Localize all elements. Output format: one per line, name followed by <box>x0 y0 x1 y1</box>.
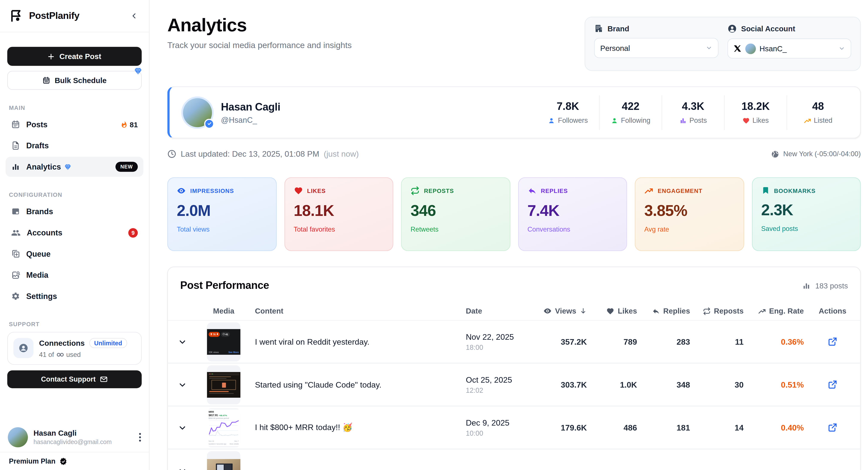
metric-value: 2.3K <box>761 201 851 219</box>
new-badge: NEW <box>115 162 137 172</box>
create-post-button[interactable]: Create Post <box>7 47 142 66</box>
brand-select[interactable]: Personal <box>594 38 718 58</box>
last-updated-text: Last updated: Dec 13, 2025, 01:08 PM <box>181 150 319 159</box>
sidebar-item-queue[interactable]: Queue <box>6 244 144 264</box>
expand-row-button[interactable] <box>168 338 197 346</box>
avatar <box>745 43 755 54</box>
metric-sub: Saved posts <box>761 225 851 232</box>
sidebar-section-support: SUPPORT <box>9 321 140 327</box>
sidebar-item-drafts[interactable]: Drafts <box>6 136 144 156</box>
post-likes: 1.0K <box>589 380 640 389</box>
stat-followers: 7.8K Followers <box>536 95 599 130</box>
gear-icon <box>11 292 20 301</box>
sidebar-item-analytics[interactable]: Analytics NEW <box>6 157 144 177</box>
sidebar-item-accounts[interactable]: Accounts 9 <box>6 223 144 243</box>
sidebar-item-posts[interactable]: Posts 81 <box>6 115 144 134</box>
calendar-icon <box>42 76 50 84</box>
column-media: Media <box>197 307 250 315</box>
social-account-select[interactable]: HsanC_ <box>727 38 851 59</box>
metric-sub: Avg rate <box>644 225 735 233</box>
post-likes: 789 <box>589 337 640 346</box>
post-eng-rate: 0.36% <box>746 337 806 346</box>
file-text-icon <box>11 141 20 150</box>
clock-icon <box>167 150 177 159</box>
engagement-card: ENGAGEMENT 3.85% Avg rate <box>635 177 744 251</box>
external-link-icon <box>828 337 837 346</box>
open-post-button[interactable] <box>806 337 859 346</box>
globe-icon <box>771 150 779 158</box>
expand-row-button[interactable] <box>168 467 197 470</box>
replies-card: REPLIES 7.4K Conversations <box>518 177 627 251</box>
column-replies[interactable]: Replies <box>639 307 692 315</box>
open-post-button[interactable] <box>806 380 859 389</box>
post-content: Started using "Claude Code" today. <box>250 380 458 389</box>
column-eng-rate[interactable]: Eng. Rate <box>746 307 806 315</box>
infinity-icon <box>56 352 64 357</box>
user-name: Hasan Cagli <box>33 429 112 438</box>
open-post-button[interactable] <box>806 423 859 432</box>
metric-label: REPOSTS <box>424 187 454 194</box>
page-title: Analytics <box>167 14 352 36</box>
brand-filter-label: Brand <box>608 24 629 33</box>
heart-icon <box>607 307 614 315</box>
user-menu-button[interactable] <box>139 433 141 442</box>
bar-chart-icon <box>11 162 20 171</box>
stat-likes: 18.2K Likes <box>724 95 786 130</box>
trending-up-icon <box>804 117 811 124</box>
status-bar: Last updated: Dec 13, 2025, 01:08 PM (ju… <box>167 150 861 159</box>
verified-badge-icon <box>204 119 214 129</box>
plan-label: Premium Plan <box>9 457 56 465</box>
sidebar-item-brands[interactable]: Brands <box>6 201 144 221</box>
queue-copy-plus-icon <box>11 249 20 258</box>
sidebar-logo-row: PostPlanify <box>0 0 149 32</box>
mail-icon <box>100 375 108 383</box>
premium-gem-icon <box>64 163 72 170</box>
sidebar-user-row[interactable]: Hasan Cagli hasancaglivideo@gmail.com <box>0 423 149 452</box>
sidebar-item-settings[interactable]: Settings <box>6 286 144 306</box>
avatar <box>183 98 212 127</box>
post-media-thumbnail[interactable] <box>207 451 240 470</box>
sidebar-item-media[interactable]: Media <box>6 265 144 285</box>
connections-avatar-icon <box>13 338 33 358</box>
metric-label: ENGAGEMENT <box>658 187 703 194</box>
metric-cards: IMPRESSIONS 2.0M Total views LIKES 18.1K… <box>167 177 861 251</box>
premium-gem-icon <box>134 67 142 75</box>
column-reposts[interactable]: Reposts <box>692 307 746 315</box>
post-media-thumbnail[interactable]: 76 41 33K views See More <box>207 322 240 361</box>
table-row <box>168 449 860 470</box>
trending-up-icon <box>758 307 766 315</box>
expand-row-button[interactable] <box>168 424 197 431</box>
sidebar-item-label: Drafts <box>26 141 49 150</box>
chevron-down-icon <box>179 338 186 346</box>
metric-label: BOOKMARKS <box>774 187 816 194</box>
sidebar-collapse-button[interactable] <box>128 10 140 22</box>
badge-check-icon <box>59 457 68 466</box>
post-views: 357.2K <box>536 337 589 346</box>
sidebar-section-main: MAIN <box>9 104 140 111</box>
bulk-schedule-button[interactable]: Bulk Schedule <box>7 71 142 90</box>
post-replies: 181 <box>639 423 692 432</box>
column-views[interactable]: Views <box>536 307 589 315</box>
profile-name: Hasan Cagli <box>221 101 280 113</box>
reply-icon <box>527 186 536 195</box>
metric-label: IMPRESSIONS <box>190 187 234 194</box>
account-filters-panel: Brand Personal Social Account <box>585 17 861 71</box>
profile-stats: 7.8K Followers 422 Following 4 <box>536 95 849 130</box>
reply-icon <box>652 307 660 315</box>
metric-value: 18.1K <box>293 202 384 220</box>
chevron-down-icon <box>179 467 186 470</box>
post-reposts: 14 <box>692 423 746 432</box>
table-row: 76 41 33K views See More I went viral on… <box>168 321 860 364</box>
contact-support-button[interactable]: Contact Support <box>7 370 142 388</box>
bookmarks-card: BOOKMARKS 2.3K Saved posts <box>752 177 861 251</box>
person-icon <box>548 117 555 124</box>
brand-select-value: Personal <box>600 44 630 52</box>
connections-usage: 41 of used <box>39 351 127 358</box>
sidebar-item-label: Media <box>26 271 48 280</box>
expand-row-button[interactable] <box>168 381 197 388</box>
post-media-thumbnail[interactable]: MRR $817.91 +48.47% $550.90 previous per… <box>207 408 240 447</box>
post-media-thumbnail[interactable] <box>207 365 240 404</box>
app-window: PostPlanify Create Post Bulk Schedule <box>0 0 868 470</box>
column-likes[interactable]: Likes <box>589 307 640 315</box>
chevron-down-icon <box>179 381 186 388</box>
